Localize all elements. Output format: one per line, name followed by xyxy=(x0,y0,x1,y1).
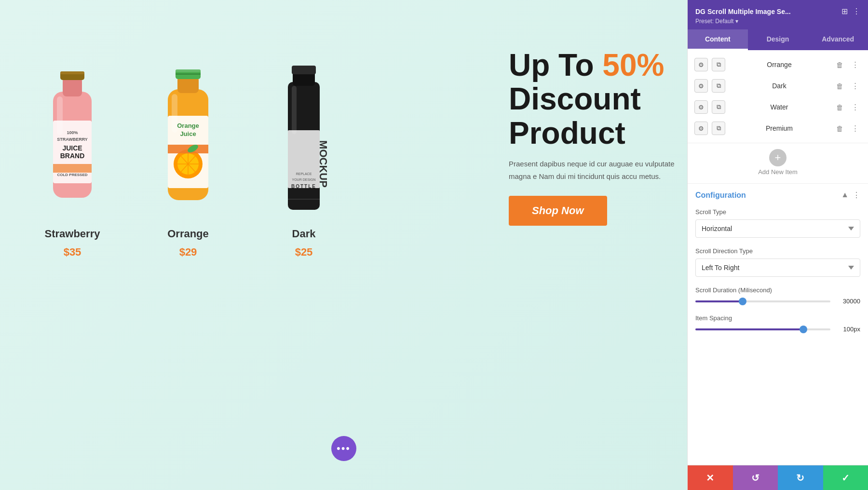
item-more-btn-dark[interactable]: ⋮ xyxy=(849,80,861,92)
item-more-btn-water[interactable]: ⋮ xyxy=(849,101,861,113)
panel-tabs: Content Design Advanced xyxy=(688,29,868,50)
item-delete-btn-orrange[interactable]: 🗑 xyxy=(833,58,846,71)
hero-text: Up To 50% Discount Product Praesent dapi… xyxy=(509,48,678,226)
panel-header-icons: ⊞ ⋮ xyxy=(841,7,860,16)
item-settings-btn-dark[interactable]: ⚙ xyxy=(694,79,708,93)
item-delete-btn-dark[interactable]: 🗑 xyxy=(833,80,846,92)
item-spacing-slider-row: 100px xyxy=(695,326,860,333)
svg-text:BRAND: BRAND xyxy=(60,152,85,160)
svg-rect-15 xyxy=(176,69,201,72)
panel-more-icon[interactable]: ⋮ xyxy=(853,7,860,16)
scroll-type-field: Scroll Type Horizontal Vertical xyxy=(695,208,860,238)
product-price-strawberry: $35 xyxy=(64,246,81,259)
scroll-duration-slider-row: 30000 xyxy=(695,298,860,305)
item-settings-btn-orrange[interactable]: ⚙ xyxy=(694,58,708,71)
svg-text:Juice: Juice xyxy=(180,130,196,137)
svg-rect-3 xyxy=(60,71,84,74)
shop-now-button[interactable]: Shop Now xyxy=(509,196,607,226)
scroll-duration-thumb[interactable] xyxy=(739,298,746,305)
panel-header: DG Scroll Multiple Image Se... ⊞ ⋮ Prese… xyxy=(688,0,868,29)
scroll-type-select[interactable]: Horizontal Vertical xyxy=(695,219,860,238)
item-name-premium: Premium xyxy=(729,124,829,132)
svg-rect-16 xyxy=(176,73,201,75)
product-name-dark: Dark xyxy=(292,228,316,240)
item-name-water: Water xyxy=(729,103,829,111)
item-duplicate-btn-dark[interactable]: ⧉ xyxy=(712,79,725,93)
svg-text:REPLACE: REPLACE xyxy=(296,172,312,176)
item-more-btn-premium[interactable]: ⋮ xyxy=(849,122,861,135)
items-list: ⚙ ⧉ Orrange 🗑 ⋮ ⚙ ⧉ Dark 🗑 ⋮ xyxy=(688,50,868,143)
svg-rect-9 xyxy=(53,164,92,173)
refresh-icon: ↻ xyxy=(796,472,804,484)
list-item: ⚙ ⧉ Orrange 🗑 ⋮ xyxy=(688,54,868,75)
hero-suffix: % xyxy=(637,48,665,82)
duplicate-icon: ⧉ xyxy=(717,82,721,90)
hero-description: Praesent dapibus neque id cur auguae eu … xyxy=(509,158,678,182)
item-duplicate-btn-premium[interactable]: ⧉ xyxy=(712,122,725,135)
canvas-area: 100% STRAWBERRY JUICE BRAND COLD PRESSED… xyxy=(0,0,687,490)
reset-button[interactable]: ↺ xyxy=(733,465,778,490)
tab-content[interactable]: Content xyxy=(688,29,748,50)
panel-preset[interactable]: Preset: Default ▾ xyxy=(695,18,860,25)
scroll-direction-select[interactable]: Left To Right Right To Left xyxy=(695,259,860,277)
scroll-duration-label: Scroll Duration (Milisecond) xyxy=(695,286,860,294)
item-more-btn-orrange[interactable]: ⋮ xyxy=(849,58,861,71)
tab-advanced[interactable]: Advanced xyxy=(808,29,868,50)
svg-text:BOTTLE: BOTTLE xyxy=(291,184,316,189)
confirm-button[interactable]: ✓ xyxy=(823,465,868,490)
config-collapse-icon[interactable]: ▲ xyxy=(841,191,849,200)
item-spacing-track xyxy=(695,328,830,330)
item-name-orrange: Orrange xyxy=(729,61,829,68)
item-spacing-field: Item Spacing 100px xyxy=(695,314,860,333)
products-row: 100% STRAWBERRY JUICE BRAND COLD PRESSED… xyxy=(29,58,347,259)
config-more-icon[interactable]: ⋮ xyxy=(853,191,860,200)
cancel-button[interactable]: ✕ xyxy=(688,465,733,490)
product-price-orange: $29 xyxy=(179,246,197,259)
scroll-duration-field: Scroll Duration (Milisecond) 30000 xyxy=(695,286,860,305)
config-header: Configuration ▲ ⋮ xyxy=(695,191,860,200)
item-delete-btn-water[interactable]: 🗑 xyxy=(833,101,846,113)
add-new-item-label: Add New Item xyxy=(758,168,798,176)
scroll-duration-track xyxy=(695,300,830,302)
floating-dots-button[interactable]: ••• xyxy=(331,436,356,461)
tab-design[interactable]: Design xyxy=(748,29,808,50)
item-delete-btn-premium[interactable]: 🗑 xyxy=(833,122,846,135)
item-actions-orrange: 🗑 ⋮ xyxy=(833,58,861,71)
product-name-strawberry: Strawberry xyxy=(45,228,100,240)
cancel-icon: ✕ xyxy=(706,472,714,484)
reset-icon: ↺ xyxy=(751,472,760,484)
panel-header-row: DG Scroll Multiple Image Se... ⊞ ⋮ xyxy=(695,7,860,16)
settings-icon: ⚙ xyxy=(698,104,704,111)
svg-rect-26 xyxy=(168,145,208,153)
product-image-dark: BOTTLE MOCKUP REPLACE YOUR DESIGN xyxy=(260,58,347,222)
item-spacing-value: 100px xyxy=(836,326,860,333)
item-duplicate-btn-orrange[interactable]: ⧉ xyxy=(712,58,725,71)
duplicate-icon: ⧉ xyxy=(717,61,721,68)
duplicate-icon: ⧉ xyxy=(717,124,721,132)
product-price-dark: $25 xyxy=(295,246,313,259)
svg-rect-37 xyxy=(292,86,297,134)
svg-text:STRAWBERRY: STRAWBERRY xyxy=(57,137,88,142)
svg-rect-38 xyxy=(288,199,320,200)
svg-rect-31 xyxy=(292,66,316,74)
product-card-dark: BOTTLE MOCKUP REPLACE YOUR DESIGN Dark $… xyxy=(260,58,347,259)
settings-icon: ⚙ xyxy=(698,82,704,90)
config-section: Configuration ▲ ⋮ Scroll Type Horizontal… xyxy=(688,184,868,465)
scroll-duration-fill xyxy=(695,300,743,302)
config-header-icons: ▲ ⋮ xyxy=(841,191,860,200)
bottom-bar: ✕ ↺ ↻ ✓ xyxy=(688,465,868,490)
item-duplicate-btn-water[interactable]: ⧉ xyxy=(712,100,725,114)
svg-rect-11 xyxy=(57,96,63,135)
list-item: ⚙ ⧉ Premium 🗑 ⋮ xyxy=(688,118,868,139)
item-spacing-thumb[interactable] xyxy=(800,326,807,333)
add-new-item[interactable]: + Add New Item xyxy=(688,143,868,184)
item-spacing-fill xyxy=(695,328,803,330)
item-settings-btn-water[interactable]: ⚙ xyxy=(694,100,708,114)
refresh-button[interactable]: ↻ xyxy=(778,465,823,490)
item-actions-premium: 🗑 ⋮ xyxy=(833,122,861,135)
product-image-orange: Orange Juice xyxy=(145,58,231,222)
product-image-strawberry: 100% STRAWBERRY JUICE BRAND COLD PRESSED xyxy=(29,58,116,222)
panel-expand-icon[interactable]: ⊞ xyxy=(841,7,848,16)
item-settings-btn-premium[interactable]: ⚙ xyxy=(694,122,708,135)
item-actions-dark: 🗑 ⋮ xyxy=(833,80,861,92)
